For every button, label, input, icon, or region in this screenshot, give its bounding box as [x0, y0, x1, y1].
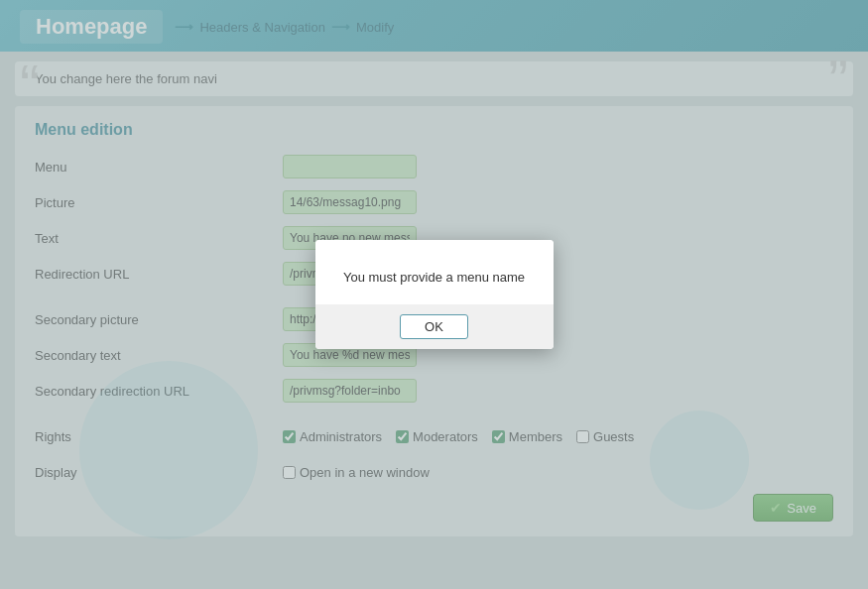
modal-dialog: You must provide a menu name OK	[315, 240, 554, 349]
modal-message: You must provide a menu name	[343, 270, 525, 285]
modal-footer: OK	[315, 304, 554, 349]
page-background: Homepage ⟶ Headers & Navigation ⟶ Modify…	[0, 0, 868, 589]
ok-button[interactable]: OK	[400, 314, 468, 339]
modal-overlay: You must provide a menu name OK	[0, 0, 868, 589]
modal-body: You must provide a menu name	[315, 240, 554, 304]
